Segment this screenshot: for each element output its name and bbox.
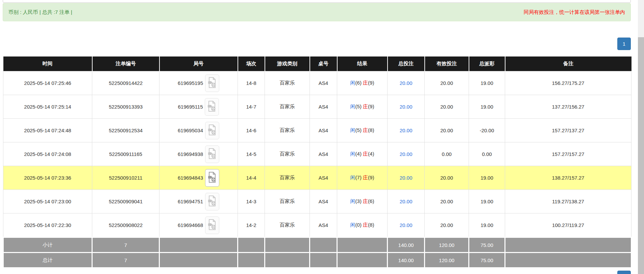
result-banker-score: (8) (368, 127, 374, 133)
cell-bet-id: 522500914422 (92, 71, 159, 95)
video-button[interactable] (205, 74, 219, 92)
column-header: 时间 (3, 56, 92, 71)
table-row: 2025-05-14 07:23:36 522500910211 6196948… (3, 166, 631, 190)
video-record-icon (208, 148, 217, 160)
video-button[interactable] (205, 122, 219, 139)
video-record-icon (208, 77, 217, 89)
cell-result: 闲(4) 庄(4) (337, 142, 388, 166)
page-1-button[interactable]: 1 (617, 38, 631, 50)
cell-valid-bet: 20.00 (425, 95, 469, 119)
result-player-label: 闲 (350, 175, 355, 180)
cell-total-bet: 20.00 (388, 190, 425, 213)
cell-bet-id: 522500908022 (92, 213, 159, 237)
cell-total-bet: 20.00 (388, 95, 425, 119)
cell-total-bet: 20.00 (388, 71, 425, 95)
cell-table-no: AS4 (310, 142, 337, 166)
summary-count: 7 (92, 253, 159, 268)
cell-bet-id: 522500911165 (92, 142, 159, 166)
round-number: 619695195 (178, 80, 203, 86)
video-button[interactable] (205, 98, 219, 116)
cell-remark: 157.27/157.27 (505, 142, 631, 166)
column-header: 总投注 (388, 56, 425, 71)
cell-valid-bet: 20.00 (425, 71, 469, 95)
cell-valid-bet: 20.00 (425, 166, 469, 190)
summary-payout: 75.00 (469, 253, 505, 268)
round-number: 619695034 (178, 128, 203, 133)
cell-game-type: 百家乐 (265, 190, 310, 213)
video-record-icon (208, 196, 217, 207)
result-banker-label: 庄 (363, 127, 368, 133)
result-player-score: (7) (355, 175, 362, 180)
cell-round: 619695195 (159, 71, 238, 95)
page-1-button-bottom[interactable]: 1 (617, 271, 631, 274)
result-banker-label: 庄 (363, 104, 368, 109)
records-table: 时间注单编号局号场次游戏类别桌号结果总投注有效投注总派彩备注 2025-05-1… (3, 56, 632, 268)
cell-result: 闲(3) 庄(6) (337, 190, 388, 213)
total-bet-link[interactable]: 20.00 (400, 175, 413, 181)
cell-session: 14-8 (238, 71, 265, 95)
cell-session: 14-5 (238, 142, 265, 166)
cell-time: 2025-05-14 07:23:36 (3, 166, 92, 190)
cell-time: 2025-05-14 07:24:48 (3, 119, 92, 142)
result-banker-score: (9) (368, 175, 374, 180)
summary-empty-round (159, 253, 238, 268)
video-button[interactable] (205, 193, 219, 210)
column-header: 局号 (159, 56, 238, 71)
vertical-scrollbar-thumb[interactable] (638, 37, 644, 274)
summary-empty-table-no (310, 253, 337, 268)
cell-round: 619694751 (159, 190, 238, 213)
cell-total-bet: 20.00 (388, 213, 425, 237)
round-number: 619694751 (178, 199, 203, 204)
video-button[interactable] (205, 169, 219, 187)
cell-round: 619694668 (159, 213, 238, 237)
cell-total-bet: 20.00 (388, 119, 425, 142)
cell-valid-bet: 20.00 (425, 190, 469, 213)
round-number: 619695115 (178, 104, 203, 110)
cell-round: 619694938 (159, 142, 238, 166)
result-banker-score: (9) (368, 104, 374, 109)
video-button[interactable] (205, 145, 219, 163)
currency-summary-text: 币别 : 人民币 | 总共 :7 注单 | (8, 9, 72, 16)
summary-total-bet: 140.00 (388, 253, 425, 268)
total-bet-link[interactable]: 20.00 (400, 222, 413, 228)
cell-session: 14-6 (238, 119, 265, 142)
result-player-score: (5) (355, 104, 362, 109)
cell-session: 14-3 (238, 190, 265, 213)
column-header: 有效投注 (425, 56, 469, 71)
cell-session: 14-2 (238, 213, 265, 237)
result-banker-label: 庄 (363, 198, 368, 204)
summary-count: 7 (92, 237, 159, 253)
vertical-scrollbar-track[interactable] (638, 0, 644, 274)
result-player-score: (5) (355, 127, 362, 133)
result-banker-label: 庄 (363, 175, 368, 180)
cell-table-no: AS4 (310, 95, 337, 119)
video-button[interactable] (205, 216, 219, 234)
cell-total-bet: 20.00 (388, 142, 425, 166)
result-banker-score: (8) (368, 222, 374, 228)
total-bet-link[interactable]: 20.00 (400, 199, 413, 204)
result-player-label: 闲 (350, 127, 355, 133)
cell-time: 2025-05-14 07:25:14 (3, 95, 92, 119)
table-header-row: 时间注单编号局号场次游戏类别桌号结果总投注有效投注总派彩备注 (3, 56, 631, 71)
cell-table-no: AS4 (310, 190, 337, 213)
cell-valid-bet: 20.00 (425, 213, 469, 237)
summary-label: 小计 (3, 237, 92, 253)
column-header: 桌号 (310, 56, 337, 71)
result-banker-label: 庄 (363, 80, 368, 86)
total-bet-link[interactable]: 20.00 (400, 128, 413, 133)
summary-empty-round (159, 237, 238, 253)
round-number: 619694843 (178, 175, 203, 181)
result-banker-score: (9) (368, 80, 374, 86)
column-header: 场次 (238, 56, 265, 71)
result-player-label: 闲 (350, 222, 355, 228)
cell-valid-bet: 20.00 (425, 119, 469, 142)
cell-remark: 119.27/138.27 (505, 190, 631, 213)
summary-empty-remark (505, 237, 631, 253)
cell-game-type: 百家乐 (265, 71, 310, 95)
cell-game-type: 百家乐 (265, 213, 310, 237)
total-bet-link[interactable]: 20.00 (400, 104, 413, 110)
total-bet-link[interactable]: 20.00 (400, 80, 413, 86)
total-bet-link[interactable]: 20.00 (400, 151, 413, 157)
cell-valid-bet: 0.00 (425, 142, 469, 166)
column-header: 游戏类别 (265, 56, 310, 71)
